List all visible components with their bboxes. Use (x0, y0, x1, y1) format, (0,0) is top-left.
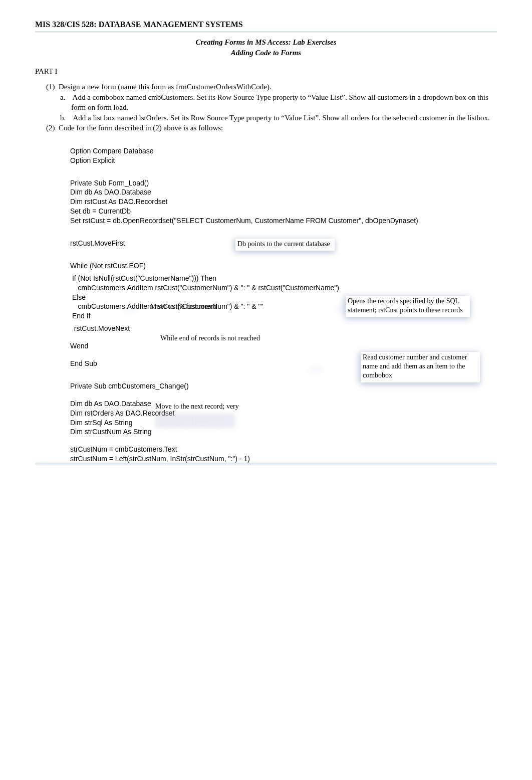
code-line: Dim db As DAO.Database (70, 399, 497, 409)
connector-hint (309, 366, 324, 373)
callout-movenext: Move to the next record; very (155, 402, 271, 411)
item-1b-text: Add a list box named lstOrders. Set its … (73, 114, 489, 122)
item-1a-label: a. (60, 93, 65, 101)
code-line: Set rstCust = db.OpenRecordset("SELECT C… (70, 216, 497, 226)
code-line: While (Not rstCust.EOF) (70, 261, 497, 271)
item-2-num: (2) (46, 124, 55, 132)
connector-hint (110, 403, 125, 410)
page-title: MIS 328/CIS 528: DATABASE MANAGEMENT SYS… (35, 20, 497, 29)
connector-hint (336, 305, 344, 312)
code-line: Private Sub Form_Load() (70, 178, 497, 188)
code-line: If (Not IsNull(rstCust("CustomerName")))… (70, 274, 497, 283)
item-2-text: Code for the form described in (2) above… (59, 124, 223, 132)
footer-rule (35, 463, 497, 466)
connector-hint (122, 305, 137, 312)
part-label: PART I (35, 67, 497, 76)
callout-movefirst: Move to the first record (150, 302, 250, 311)
item-1a-text: Add a combobox named cmbCustomers. Set i… (71, 93, 488, 111)
code-line: strCustNum = cmbCustomers.Text (70, 445, 497, 454)
title-rule (35, 31, 497, 32)
callout-while: While end of records is not reached (160, 334, 291, 343)
item-1b: b. Add a list box named lstOrders. Set i… (71, 113, 497, 123)
subtitle: Creating Forms in MS Access: Lab Exercis… (35, 37, 497, 58)
callout-read: Read customer number and customer name a… (361, 352, 480, 382)
blur-fragment (155, 413, 235, 428)
code-line: Set db = CurrentDb (70, 207, 497, 216)
item-2: (2) Code for the form described in (2) a… (46, 124, 497, 132)
code-line: Dim strCustNum As String (70, 427, 497, 437)
item-1-num: (1) (46, 83, 55, 91)
code-line: Option Compare Database (70, 146, 497, 156)
callout-opens: Opens the records specified by the SQL s… (346, 296, 470, 317)
code-line: Dim rstCust As DAO.Recordset (70, 197, 497, 207)
code-line: rstCust.MoveNext (70, 324, 497, 333)
item-1b-label: b. (60, 114, 66, 122)
item-1: (1) Design a new form (name this form as… (46, 83, 497, 91)
subtitle-line1: Creating Forms in MS Access: Lab Exercis… (195, 38, 336, 46)
code-line: Dim strSql As String (70, 418, 497, 428)
subtitle-line2: Adding Code to Forms (231, 49, 301, 57)
callout-db: Db points to the current database (235, 239, 335, 251)
item-1-text: Design a new form (name this form as frm… (59, 83, 272, 91)
code-line: Dim db As DAO.Database (70, 187, 497, 197)
code-line: Dim rstOrders As DAO.Recordset (70, 409, 497, 418)
code-line: Private Sub cmbCustomers_Change() (70, 381, 497, 391)
code-line: cmbCustomers.AddItem rstCust("CustomerNu… (70, 283, 497, 293)
item-1a: a. Add a combobox named cmbCustomers. Se… (71, 92, 497, 113)
code-line: Option Explicit (70, 156, 497, 165)
